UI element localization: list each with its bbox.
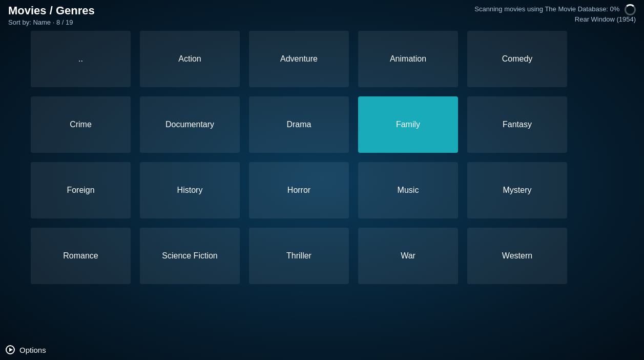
- genre-btn-foreign[interactable]: Foreign: [31, 162, 131, 218]
- genre-btn-horror[interactable]: Horror: [249, 162, 349, 218]
- genre-grid: ..ActionAdventureAnimationComedyCrimeDoc…: [31, 31, 639, 284]
- options-icon: [5, 345, 15, 355]
- svg-marker-1: [9, 348, 13, 352]
- genre-btn-animation[interactable]: Animation: [358, 31, 458, 87]
- scan-status: Scanning movies using The Movie Database…: [474, 4, 636, 15]
- genre-btn-science-fiction[interactable]: Science Fiction: [140, 228, 240, 284]
- genre-btn-adventure[interactable]: Adventure: [249, 31, 349, 87]
- genre-btn-music[interactable]: Music: [358, 162, 458, 218]
- genre-btn-mystery[interactable]: Mystery: [467, 162, 567, 218]
- genre-btn-thriller[interactable]: Thriller: [249, 228, 349, 284]
- genre-btn-history[interactable]: History: [140, 162, 240, 218]
- genre-btn-family[interactable]: Family: [358, 96, 458, 153]
- options-label: Options: [19, 346, 46, 354]
- spinner-icon: [625, 4, 636, 15]
- page-title: Movies / Genres: [8, 4, 95, 17]
- header-right: Scanning movies using The Movie Database…: [474, 4, 636, 23]
- footer[interactable]: Options: [5, 345, 46, 355]
- genre-btn-fantasy[interactable]: Fantasy: [467, 96, 567, 153]
- header: Movies / Genres Sort by: Name · 8 / 19 S…: [0, 0, 644, 30]
- genre-btn-dotdot[interactable]: ..: [31, 31, 131, 87]
- genre-btn-comedy[interactable]: Comedy: [467, 31, 567, 87]
- genre-btn-drama[interactable]: Drama: [249, 96, 349, 153]
- sort-info: Sort by: Name · 8 / 19: [8, 18, 95, 26]
- genre-btn-documentary[interactable]: Documentary: [140, 96, 240, 153]
- genre-btn-war[interactable]: War: [358, 228, 458, 284]
- genre-btn-romance[interactable]: Romance: [31, 228, 131, 284]
- sort-dot: ·: [53, 18, 55, 26]
- genre-btn-action[interactable]: Action: [140, 31, 240, 87]
- genre-btn-western[interactable]: Western: [467, 228, 567, 284]
- genre-btn-crime[interactable]: Crime: [31, 96, 131, 153]
- scan-title: Rear Window (1954): [575, 15, 636, 23]
- header-left: Movies / Genres Sort by: Name · 8 / 19: [8, 4, 95, 26]
- sort-count: 8 / 19: [56, 18, 73, 26]
- sort-label: Sort by: Name: [8, 18, 51, 26]
